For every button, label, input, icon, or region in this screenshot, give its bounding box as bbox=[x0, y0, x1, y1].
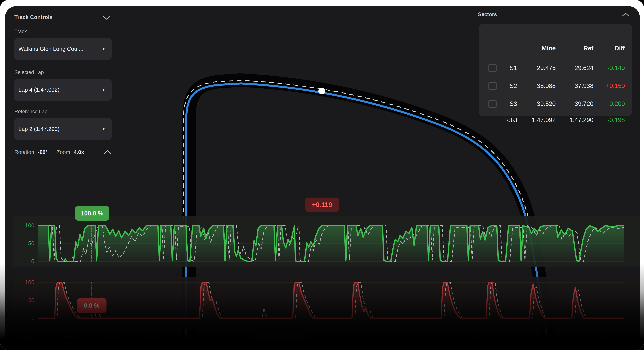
sectors-title: Sectors bbox=[478, 12, 497, 17]
selected-lap-select[interactable]: Lap 4 (1:47.092) ▼ bbox=[14, 79, 112, 101]
rotation-collapse-chevron-up-icon[interactable] bbox=[104, 150, 112, 154]
reference-lap-select[interactable]: Lap 2 (1:47.290) ▼ bbox=[14, 118, 112, 140]
sector-checkbox-s3[interactable] bbox=[488, 100, 496, 108]
app-window: Track Controls Track Watkins Glen Long C… bbox=[5, 6, 640, 350]
previous-button[interactable] bbox=[572, 334, 589, 350]
column-header-diff: Diff bbox=[590, 45, 625, 52]
legend-item-gear: Gear bbox=[184, 335, 211, 348]
column-header-mine: Mine bbox=[521, 45, 556, 52]
brake-value-badge: 0.0 % bbox=[77, 298, 106, 313]
sector-checkbox-s1[interactable] bbox=[488, 64, 496, 72]
sector-total-label: Total bbox=[496, 116, 517, 123]
throttle-ytick-50: 50 bbox=[16, 240, 34, 247]
legend-item-throttle: ✓ Throttle bbox=[21, 335, 56, 348]
brush-icon bbox=[496, 338, 506, 348]
rotation-zoom-row: Rotation -90° Zoom 4.0x bbox=[14, 149, 84, 155]
zoom-label: Zoom bbox=[56, 149, 70, 155]
zoom-out-button[interactable] bbox=[513, 334, 530, 350]
rotation-value: -90° bbox=[38, 149, 48, 155]
sector-total-diff: -0.198 bbox=[590, 116, 625, 123]
legend-item-rpm: RPM bbox=[148, 335, 175, 348]
refresh-button[interactable] bbox=[617, 334, 634, 350]
selected-lap-label: Selected Lap bbox=[14, 69, 44, 75]
throttle-ytick-0: 0 bbox=[16, 258, 34, 265]
zoom-in-icon bbox=[537, 338, 547, 348]
device-sheet: Track Controls Track Watkins Glen Long C… bbox=[0, 0, 644, 350]
sectors-collapse-chevron-up-icon[interactable] bbox=[622, 12, 630, 17]
check-icon: ✓ bbox=[22, 337, 29, 346]
zoom-in-button[interactable] bbox=[533, 334, 550, 350]
car-position-dot[interactable] bbox=[318, 88, 325, 94]
sector-diff: +0.150 bbox=[590, 82, 625, 89]
throttle-checkbox[interactable]: ✓ bbox=[21, 335, 30, 348]
legend-label: Throttle bbox=[34, 338, 56, 345]
reference-lap-value: Lap 2 (1:47.290) bbox=[18, 126, 60, 132]
sector-id: S1 bbox=[496, 64, 517, 71]
brush-button[interactable] bbox=[493, 334, 510, 350]
sector-total-mine: 1:47.092 bbox=[521, 116, 556, 123]
tab-speed-focus[interactable]: Speed Focus bbox=[310, 334, 356, 350]
sector-ref: 29.624 bbox=[558, 64, 594, 71]
brake-ytick-100: 100 bbox=[16, 279, 34, 286]
legend-item-speed: Speed bbox=[107, 335, 139, 348]
brake-ytick-0: 0 bbox=[16, 315, 34, 321]
sector-mine: 29.475 bbox=[521, 64, 556, 71]
lap-delta-badge: +0.119 bbox=[305, 198, 339, 212]
next-button[interactable] bbox=[592, 334, 609, 350]
brake-ytick-50: 50 bbox=[16, 297, 34, 304]
chevron-left-icon bbox=[576, 338, 586, 348]
playback-zoom-level: 1.0x bbox=[551, 340, 566, 346]
sector-total-ref: 1:47.290 bbox=[558, 116, 594, 123]
sector-diff: -0.149 bbox=[590, 64, 625, 71]
caret-down-icon: ▼ bbox=[102, 88, 106, 92]
sector-id: S2 bbox=[496, 82, 517, 89]
sectors-card: Mine Ref Diff S1 29.475 29.624 -0.149 S2… bbox=[479, 24, 632, 116]
lock-button[interactable] bbox=[472, 334, 489, 350]
throttle-value-badge: 100.0 % bbox=[75, 206, 109, 221]
track-field-label: Track bbox=[14, 29, 27, 35]
legend-label: Speed bbox=[120, 338, 139, 345]
sector-mine: 38.088 bbox=[521, 82, 556, 89]
legend-label: Gear bbox=[197, 338, 211, 345]
selected-lap-value: Lap 4 (1:47.092) bbox=[18, 87, 60, 93]
track-controls-collapse-chevron-down-icon[interactable] bbox=[103, 16, 111, 20]
legend-label: RPM bbox=[160, 338, 175, 345]
caret-down-icon: ▼ bbox=[102, 47, 106, 51]
throttle-cursor-line[interactable] bbox=[92, 226, 92, 262]
lock-icon bbox=[476, 338, 486, 348]
throttle-chart[interactable] bbox=[38, 226, 624, 262]
zoom-out-icon bbox=[516, 338, 526, 348]
brake-checkbox[interactable]: ✓ bbox=[67, 335, 76, 348]
zoom-value: 4.0x bbox=[74, 149, 84, 155]
speed-checkbox[interactable] bbox=[107, 335, 116, 348]
chevron-right-icon bbox=[596, 338, 606, 348]
track-select[interactable]: Watkins Glen Long Cour... ▼ bbox=[14, 38, 112, 60]
throttle-ytick-100: 100 bbox=[16, 222, 34, 229]
view-tabs: Pedal Discipline Speed Focus Full Teleme… bbox=[250, 334, 400, 350]
gear-checkbox[interactable] bbox=[184, 335, 193, 348]
caret-down-icon: ▼ bbox=[102, 127, 106, 131]
tab-pedal-discipline[interactable]: Pedal Discipline bbox=[250, 334, 310, 350]
brake-chart[interactable] bbox=[38, 282, 624, 318]
legend-label: Brake bbox=[80, 338, 97, 345]
reference-lap-label: Reference Lap bbox=[14, 109, 48, 114]
track-controls-title: Track Controls bbox=[14, 14, 52, 20]
sector-id: S3 bbox=[496, 100, 517, 107]
sector-ref: 37.938 bbox=[558, 82, 594, 89]
sector-checkbox-s2[interactable] bbox=[488, 82, 496, 90]
sector-mine: 39.520 bbox=[521, 100, 556, 107]
track-select-value: Watkins Glen Long Cour... bbox=[18, 46, 84, 52]
sector-diff: -0.200 bbox=[590, 100, 625, 107]
rpm-checkbox[interactable] bbox=[148, 335, 157, 348]
tab-full-telemetry[interactable]: Full Telemetry bbox=[356, 334, 400, 350]
legend-item-brake: ✓ Brake bbox=[67, 335, 97, 348]
refresh-icon bbox=[620, 338, 630, 348]
rotation-label: Rotation bbox=[14, 149, 34, 155]
sector-ref: 39.720 bbox=[558, 100, 594, 107]
check-icon: ✓ bbox=[68, 337, 75, 346]
column-header-ref: Ref bbox=[558, 45, 594, 52]
